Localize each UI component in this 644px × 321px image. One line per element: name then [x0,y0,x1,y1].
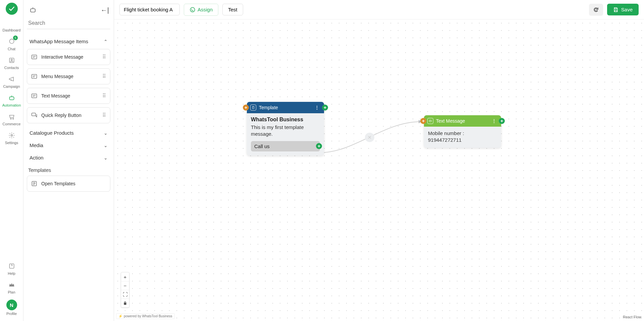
button-label: Call us [254,143,270,149]
zoom-out-button[interactable]: − [121,281,129,290]
item-text[interactable]: Text Message ⠿ [27,88,110,104]
crown-icon [8,281,16,289]
zoom-in-button[interactable]: + [121,272,129,281]
port-out[interactable]: + [499,118,505,124]
drag-handle-icon[interactable]: ⠿ [102,93,107,99]
section-title: WhatsApp Message Items [30,39,88,44]
nav-commerce[interactable]: Commerce [0,110,23,129]
template-button-callus[interactable]: Call us + [251,141,320,151]
zoom-controls: + − ⛶ [121,272,129,308]
nav-campaign[interactable]: Campaign [0,72,23,91]
svg-point-2 [11,59,12,60]
port-button-out[interactable]: + [316,143,322,149]
node-menu-button[interactable]: ⋮ [313,105,321,110]
powered-label: powered by WhatsTool Business [124,314,172,318]
section-catalogue-header[interactable]: Catalogue Products ⌄ [27,127,110,139]
open-templates-button[interactable]: Open Templates [27,176,110,192]
node-header[interactable]: Template ⋮ [247,102,324,113]
chevron-down-icon: ⌄ [104,143,108,148]
search-input[interactable] [27,17,110,29]
nav-rail: Dashboard 5 Chat Contacts Campaign Aut [0,0,23,321]
collapse-panel-button[interactable]: ←| [101,6,109,14]
section-whatsapp-body: Interactive Message ⠿ Menu Message ⠿ Tex… [27,48,110,127]
node-header-label: Text Message [436,118,465,124]
test-button[interactable]: Test [222,4,243,15]
robot-icon [28,5,38,15]
message-icon [31,92,38,100]
port-out[interactable]: + [322,105,328,111]
node-body: Mobile number : 919447272711 [424,127,501,148]
nav-label: Contacts [4,66,19,70]
message-icon [31,73,38,80]
svg-rect-8 [31,9,35,12]
section-action-header[interactable]: Action ⌄ [27,151,110,164]
drag-handle-icon[interactable]: ⠿ [102,73,107,79]
template-icon [250,105,256,111]
port-in[interactable]: + [420,118,426,124]
flow-canvas[interactable]: ✕ + + Template ⋮ WhatsTool Business This… [114,19,644,321]
chevron-up-icon: ⌃ [104,39,108,44]
save-icon [613,7,619,12]
reactflow-attribution: React Flow [623,315,641,319]
lock-icon [123,301,127,305]
whatsapp-icon [190,7,196,13]
node-text-message[interactable]: + + Text Message ⋮ Mobile number : 91944… [424,115,501,148]
section-title: Media [30,142,43,148]
nav-label: Plan [8,290,15,294]
section-title: Catalogue Products [30,130,74,136]
node-header[interactable]: Text Message ⋮ [424,115,501,127]
message-icon [427,118,433,124]
template-body: This is my first template message. [251,124,320,138]
drag-handle-icon[interactable]: ⠿ [102,54,107,60]
nav-help[interactable]: Help [0,259,23,278]
text-body: Mobile number : 919447272711 [428,130,497,144]
message-icon [31,53,38,61]
logo-icon[interactable] [6,3,18,15]
item-menu[interactable]: Menu Message ⠿ [27,68,110,84]
topbar: Assign Test Save [114,0,644,19]
svg-rect-11 [32,94,37,98]
nav-automation[interactable]: Automation [0,91,23,110]
avatar: N [6,300,17,310]
nav-dashboard[interactable]: Dashboard [0,16,23,35]
node-menu-button[interactable]: ⋮ [490,118,498,124]
node-template[interactable]: + + Template ⋮ WhatsTool Business This i… [247,102,324,155]
nav-label: Campaign [3,84,20,88]
item-label: Menu Message [41,74,73,79]
refresh-icon [593,7,599,13]
fit-view-button[interactable]: ⛶ [121,290,129,299]
item-quickreply[interactable]: Quick Reply Button ⠿ [27,107,110,123]
nav-contacts[interactable]: Contacts [0,54,23,72]
button-label: Assign [198,7,213,12]
item-label: Interactive Message [41,54,83,60]
assign-button[interactable]: Assign [184,4,218,16]
nav-label: Chat [8,47,15,51]
node-header-label: Template [259,105,278,110]
commerce-icon [8,113,16,121]
node-body: WhatsTool Business This is my first temp… [247,113,324,155]
save-button[interactable]: Save [607,4,639,15]
main: Assign Test Save ✕ + + [114,0,644,321]
campaign-icon [8,75,16,83]
template-icon [31,180,38,187]
flow-title-input[interactable] [119,4,180,15]
nav-label: Profile [6,312,17,316]
section-media-header[interactable]: Media ⌄ [27,139,110,151]
lock-button[interactable] [121,299,129,307]
nav-chat[interactable]: 5 Chat [0,35,23,54]
section-whatsapp-header[interactable]: WhatsApp Message Items ⌃ [27,35,110,48]
nav-settings[interactable]: Settings [0,129,23,147]
powered-by: ⚡ powered by WhatsTool Business [116,313,175,319]
drag-handle-icon[interactable]: ⠿ [102,112,107,118]
item-interactive[interactable]: Interactive Message ⠿ [27,49,110,65]
item-label: Open Templates [41,181,75,186]
edge-delete-button[interactable]: ✕ [365,133,374,142]
dashboard-icon [8,19,16,27]
nav-plan[interactable]: Plan [0,278,23,297]
chevron-down-icon: ⌄ [104,155,108,160]
nav-profile[interactable]: N Profile [0,297,23,318]
bolt-icon: ⚡ [118,314,122,318]
refresh-button[interactable] [589,4,603,16]
side-panel: ←| WhatsApp Message Items ⌃ Interactive … [23,0,114,321]
port-in[interactable]: + [243,105,249,111]
